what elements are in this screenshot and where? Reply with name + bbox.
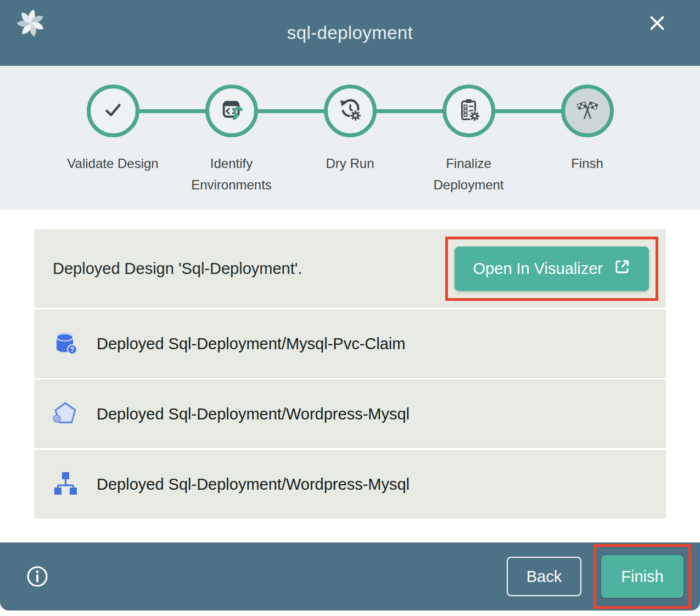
step-dry-run: Dry Run (291, 85, 410, 195)
deployment-stepper: Validate Design (0, 66, 700, 210)
clipboard-gear-icon (456, 97, 481, 125)
check-icon (100, 97, 126, 125)
step-label: Identify Environments (174, 153, 289, 195)
tree-icon (53, 471, 79, 497)
checkered-flags-icon (575, 97, 600, 125)
deployed-item-row: ? Deployed Sql-Deployment/Mysql-Pvc-Clai… (35, 310, 665, 378)
dialog-footer: Back Finish (0, 542, 700, 611)
finish-button[interactable]: Finish (601, 555, 684, 598)
deployed-item-text: Deployed Sql-Deployment/Mysql-Pvc-Claim (97, 335, 405, 353)
meshery-logo-icon (15, 7, 47, 39)
external-link-icon (614, 259, 630, 279)
open-in-visualizer-label: Open In Visualizer (473, 260, 603, 278)
close-icon[interactable] (646, 12, 668, 34)
step-finalize-deployment: Finalize Deployment (410, 85, 528, 195)
history-gear-icon (338, 97, 363, 125)
deployed-item-text: Deployed Sql-Deployment/Wordpress-Mysql (97, 475, 410, 494)
code-wrench-icon (219, 97, 244, 125)
step-label: Finsh (571, 153, 603, 174)
dialog-header: sql-deployment (0, 0, 700, 66)
step-validate-design: Validate Design (54, 85, 172, 195)
deployed-item-row: Deployed Sql-Deployment/Wordpress-Mysql (35, 450, 665, 518)
dialog-title: sql-deployment (287, 23, 413, 43)
step-label: Dry Run (326, 153, 374, 174)
deployed-item-row: Deployed Sql-Deployment/Wordpress-Mysql (35, 380, 665, 448)
summary-row: Deployed Design 'Sql-Deployment'. Open I… (35, 229, 665, 307)
step-finish: Finsh (528, 85, 647, 195)
database-icon: ? (53, 331, 79, 357)
pentagon-icon (53, 401, 79, 427)
open-in-visualizer-button[interactable]: Open In Visualizer (455, 247, 649, 291)
deployed-item-text: Deployed Sql-Deployment/Wordpress-Mysql (97, 405, 410, 423)
info-circle-icon[interactable] (25, 564, 49, 589)
annotation-highlight: Open In Visualizer (445, 237, 658, 301)
step-identify-environments: Identify Environments (172, 85, 291, 195)
deployment-dialog: sql-deployment Validate Design (0, 0, 700, 616)
deployed-design-text: Deployed Design 'Sql-Deployment'. (53, 260, 302, 278)
step-label: Finalize Deployment (411, 153, 527, 195)
back-button[interactable]: Back (507, 557, 581, 596)
annotation-highlight: Finish (593, 544, 691, 609)
svg-text:?: ? (70, 346, 74, 354)
step-label: Validate Design (67, 153, 158, 174)
deployment-results: Deployed Design 'Sql-Deployment'. Open I… (0, 210, 700, 526)
